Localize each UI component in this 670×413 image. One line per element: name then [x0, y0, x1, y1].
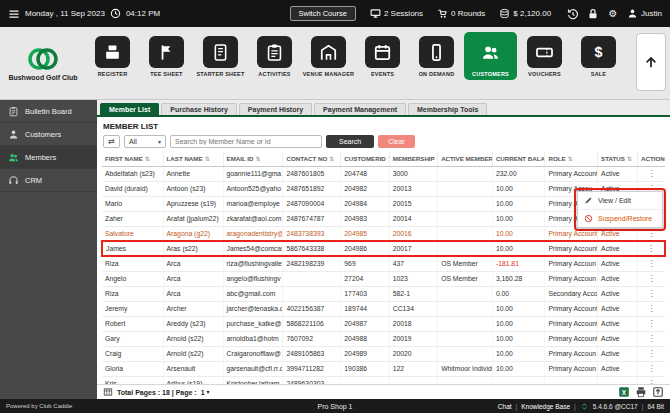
row-actions-button[interactable]: ⋮ — [638, 301, 665, 316]
topbar: Monday , 11 Sep 2023 04:12 PM Switch Cou… — [0, 0, 670, 27]
export-icon[interactable] — [652, 386, 664, 398]
filter-select[interactable]: All ▾ — [124, 135, 166, 148]
tab-membership-tools[interactable]: Membership Tools — [408, 103, 487, 115]
page-select[interactable]: 1 ▾ — [201, 389, 210, 396]
tile-label: VENUE MANAGER — [303, 71, 355, 77]
toolbar-tile-customers[interactable]: CUSTOMERS — [464, 32, 517, 80]
gear-icon[interactable]: ⚙ — [607, 8, 619, 20]
annotation-box-context-menu: View / EditSuspend/Restore — [574, 188, 666, 231]
person-icon — [8, 129, 19, 140]
collapse-toolbar-button[interactable] — [636, 33, 666, 91]
column-header-action[interactable]: ACTION — [638, 152, 665, 166]
sort-icon: ⇅ — [205, 156, 210, 162]
row-actions-button[interactable]: ⋮ — [638, 316, 665, 331]
switch-course-button[interactable]: Switch Course — [290, 6, 356, 21]
tile-label: REGISTER — [98, 71, 128, 77]
cash-balance-label: $ 2,120.00 — [513, 9, 551, 18]
print-icon[interactable] — [635, 386, 647, 398]
sidebar-item-crm[interactable]: CRM — [0, 169, 97, 192]
bit-label: 64 Bit — [647, 403, 664, 410]
table-row[interactable]: KrisArthur (s19)Kristopher.latham2489630… — [102, 376, 665, 384]
sidebar-item-members[interactable]: Members — [0, 146, 97, 169]
row-actions-button[interactable]: ⋮ — [638, 346, 665, 361]
column-header-status[interactable]: STATUS⇅ — [598, 152, 638, 166]
row-actions-button[interactable]: ⋮ — [638, 256, 665, 271]
toolbar-tile-sale[interactable]: $SALE — [572, 32, 625, 80]
toolbar-tile-vouchers[interactable]: VOUCHERS — [518, 32, 571, 80]
row-actions-button[interactable]: ⋮ — [638, 271, 665, 286]
tab-purchase-history[interactable]: Purchase History — [161, 103, 237, 115]
topbar-actions: ⚙ Justin — [567, 8, 662, 20]
table-row[interactable]: RobertAreddy (s23)purchase_katke@5868221… — [102, 316, 665, 331]
toolbar-tile-activities[interactable]: ACTIVITIES — [248, 32, 301, 80]
search-input[interactable] — [170, 135, 322, 148]
table-row[interactable]: JamesAras (s22)James54@comcas58676433382… — [102, 241, 665, 256]
column-header-email-id[interactable]: EMAIL ID⇅ — [223, 152, 283, 166]
lock-icon[interactable] — [587, 8, 599, 20]
sidebar-item-bulletin-board[interactable]: Bulletin Board — [0, 100, 97, 123]
toolbar-tile-on-demand[interactable]: ON DEMAND — [410, 32, 463, 80]
export-buttons: X — [618, 386, 664, 398]
clipboard-icon — [257, 36, 292, 68]
search-button[interactable]: Search — [326, 135, 374, 148]
tab-payment-management[interactable]: Payment Management — [314, 103, 406, 115]
toolbar-tile-venue-manager[interactable]: VENUE MANAGER — [302, 32, 355, 80]
context-menu-item-suspend-restore[interactable]: Suspend/Restore — [578, 210, 662, 227]
tab-member-list[interactable]: Member List — [100, 103, 159, 115]
tile-label: TEE SHEET — [150, 71, 182, 77]
knowledge-base-link[interactable]: Knowledge Base — [521, 403, 570, 410]
sidebar-item-label: Customers — [25, 130, 61, 139]
toolbar-tile-tee-sheet[interactable]: TEE SHEET — [140, 32, 193, 80]
version-label: 5.4.6.6 @CC17 — [593, 403, 638, 410]
flag-icon — [149, 36, 184, 68]
table-row[interactable]: GloriaArsenaultgarsenault@cfl.rr.c399471… — [102, 361, 665, 376]
chat-link[interactable]: Chat — [498, 403, 512, 410]
user-menu[interactable]: Justin — [627, 8, 662, 19]
excel-export-icon[interactable]: X — [618, 386, 630, 398]
row-actions-button[interactable]: ⋮ — [638, 241, 665, 256]
sidebar: Bulletin BoardCustomersMembersCRM — [0, 100, 97, 399]
row-actions-button[interactable]: ⋮ — [638, 166, 665, 181]
sidebar-item-label: Bulletin Board — [25, 107, 72, 116]
sort-icon: ⇅ — [568, 156, 573, 162]
table-row[interactable]: RizaArcariza@flushingvalle24821982399694… — [102, 256, 665, 271]
menu-icon[interactable] — [8, 8, 20, 20]
register-icon — [95, 36, 130, 68]
people-icon — [8, 152, 19, 163]
separator: | — [642, 403, 644, 410]
topbar-datetime: Monday , 11 Sep 2023 04:12 PM — [8, 8, 160, 20]
tab-payment-history[interactable]: Payment History — [239, 103, 312, 115]
toolbar-tile-starter-sheet[interactable]: STARTER SHEET — [194, 32, 247, 80]
toolbar-tile-events[interactable]: EVENTS — [356, 32, 409, 80]
row-actions-button[interactable]: ⋮ — [638, 376, 665, 384]
table-footer: Total Pages : 18 | Page : 1 ▾ X — [97, 384, 670, 399]
row-actions-button[interactable]: ⋮ — [638, 286, 665, 301]
table-row[interactable]: CraigArnold (s22)Craigaronofflaw@2489105… — [102, 346, 665, 361]
column-header-contact-no[interactable]: CONTACT NO⇅ — [283, 152, 341, 166]
toolbar-tile-register[interactable]: REGISTER — [86, 32, 139, 80]
row-actions-button[interactable]: ⋮ — [638, 361, 665, 376]
column-header-last-name[interactable]: LAST NAME⇅ — [163, 152, 223, 166]
svg-text:$: $ — [595, 44, 603, 60]
tablet-icon — [203, 36, 238, 68]
headset-icon — [8, 175, 19, 186]
sidebar-item-customers[interactable]: Customers — [0, 123, 97, 146]
column-header-first-name[interactable]: FIRST NAME⇅ — [102, 152, 163, 166]
calendar-icon — [365, 36, 400, 68]
table-row[interactable]: AngeloArcaangelo@flushingv272041023OS Me… — [102, 271, 665, 286]
table-row[interactable]: JeremyArcherjarcher@tenaska.c40221563871… — [102, 301, 665, 316]
refresh-filter-button[interactable]: ⇄ — [103, 135, 120, 148]
context-menu-item-view-edit[interactable]: View / Edit — [578, 192, 662, 210]
history-clock-icon[interactable] — [567, 8, 579, 20]
clear-button[interactable]: Clear — [378, 135, 415, 148]
row-actions-button[interactable]: ⋮ — [638, 331, 665, 346]
table-row[interactable]: RizaArcaabc@gmail.com177403582-10.00Seco… — [102, 286, 665, 301]
column-header-active-membershi[interactable]: ACTIVE MEMBERSHI⇅ — [438, 152, 493, 166]
column-header-customerid[interactable]: CUSTOMERID⇅ — [341, 152, 389, 166]
table-row[interactable]: Abdelfatah (s23)Annettegoannie111@gma248… — [102, 166, 665, 181]
column-header-current-balance[interactable]: CURRENT BALANCE⇅ — [492, 152, 545, 166]
column-header-membership[interactable]: MEMBERSHIP⇅ — [389, 152, 437, 166]
column-header-role[interactable]: ROLE⇅ — [545, 152, 598, 166]
table-row[interactable]: GaryArnold (s22)arnoldba1@hotm7607092204… — [102, 331, 665, 346]
separator: | — [574, 403, 576, 410]
